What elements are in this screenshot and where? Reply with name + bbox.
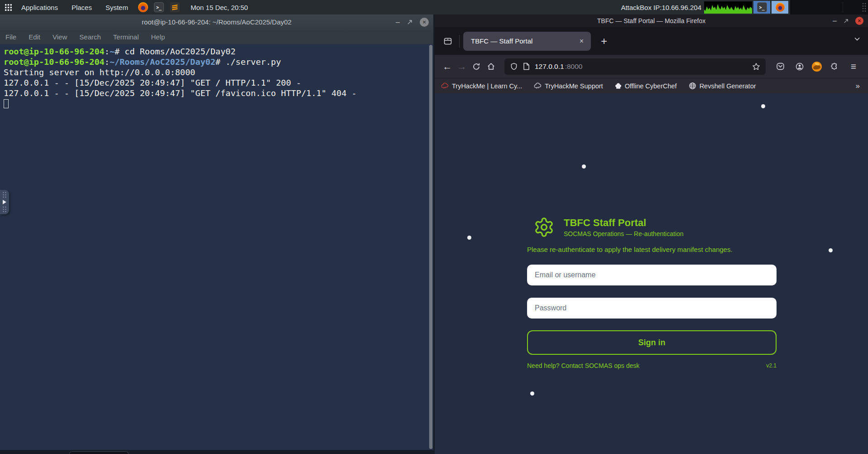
username-input[interactable] — [527, 265, 777, 285]
home-icon[interactable] — [484, 59, 498, 74]
terminal-menu-edit[interactable]: Edit — [29, 33, 40, 41]
firefox-window-title: TBFC — Staff Portal — Mozilla Firefox — [597, 17, 705, 24]
new-tab-button[interactable]: + — [597, 35, 611, 48]
terminal-window: root@ip-10-66-96-204: ~/Rooms/AoC2025/Da… — [0, 14, 433, 450]
panel-menus: Applications Places System — [21, 4, 128, 11]
terminal-minimize-button[interactable]: – — [396, 20, 400, 24]
terminal-launcher-icon[interactable]: >_ — [154, 2, 164, 12]
cpu-graph[interactable] — [704, 1, 752, 14]
terminal-line: 127.0.0.1 - - [15/Dec/2025 20:49:47] "GE… — [4, 88, 430, 98]
terminal-line: 127.0.0.1 - - [15/Dec/2025 20:49:47] "GE… — [4, 77, 430, 88]
extensions-puzzle-icon[interactable] — [827, 59, 841, 74]
firefox-icon — [776, 3, 785, 12]
chef-hat-icon — [615, 82, 622, 90]
terminal-scrollbar[interactable] — [429, 45, 433, 449]
terminal-scrollbar-thumb[interactable] — [429, 45, 432, 449]
firefox-tab-strip: TBFC — Staff Portal × + — [435, 27, 868, 55]
help-link[interactable]: Need help? Contact SOCMAS ops desk — [527, 362, 639, 369]
snow-dot — [761, 104, 765, 108]
drawer-expand-icon — [3, 200, 6, 204]
password-input[interactable] — [527, 298, 777, 319]
terminal-menu-search[interactable]: Search — [79, 33, 101, 41]
panel-handle-icon[interactable] — [861, 2, 867, 12]
reauth-notice: Please re-authenticate to apply the late… — [527, 246, 777, 253]
snow-dot — [582, 164, 586, 169]
terminal-menubar: File Edit View Search Terminal Help — [0, 29, 433, 44]
url-port: :8000 — [565, 63, 583, 71]
tryhackme-cloud-icon — [441, 82, 449, 89]
sublime-launcher-icon[interactable] — [170, 2, 180, 12]
pocket-icon[interactable] — [773, 59, 787, 74]
globe-icon — [689, 82, 696, 90]
bookmark-tryhackme-learn[interactable]: TryHackMe | Learn Cy... — [441, 82, 522, 90]
drawer-dots-icon — [2, 192, 7, 198]
snow-dot — [467, 236, 471, 240]
terminal-cursor — [4, 99, 9, 108]
gear-icon — [533, 217, 555, 238]
terminal-output[interactable]: root@ip-10-66-96-204:~# cd Rooms/AoC2025… — [0, 44, 433, 450]
desktop-bottom-strip — [0, 450, 433, 454]
terminal-window-title: root@ip-10-66-96-204: ~/Rooms/AoC2025/Da… — [142, 18, 292, 26]
bookmark-revshell-generator[interactable]: Revshell Generator — [689, 82, 756, 90]
bookmark-offline-cyberchef[interactable]: Offline CyberChef — [615, 82, 677, 90]
firefox-view-icon[interactable] — [441, 34, 455, 48]
tab-close-icon[interactable]: × — [577, 36, 586, 46]
terminal-menu-help[interactable]: Help — [151, 33, 165, 41]
terminal-menu-terminal[interactable]: Terminal — [113, 33, 139, 41]
firefox-minimize-button[interactable]: – — [833, 19, 837, 23]
snow-dot — [829, 248, 833, 252]
terminal-line: root@ip-10-66-96-204:~# cd Rooms/AoC2025… — [4, 46, 430, 57]
bookmark-star-icon[interactable] — [752, 63, 760, 71]
list-all-tabs-icon[interactable] — [854, 35, 861, 43]
terminal-line: root@ip-10-66-96-204:~/Rooms/AoC2025/Day… — [4, 57, 430, 67]
menu-applications[interactable]: Applications — [21, 4, 58, 11]
version-label: v2.1 — [766, 362, 777, 369]
forward-button[interactable]: → — [455, 59, 469, 74]
menu-places[interactable]: Places — [72, 4, 92, 11]
staff-portal-page: TBFC Staff Portal SOCMAS Operations — Re… — [435, 93, 868, 454]
panel-launchers: >_ — [138, 2, 180, 12]
panel-tray — [790, 0, 868, 14]
terminal-menu-file[interactable]: File — [5, 33, 16, 41]
terminal-icon: >_ — [757, 2, 767, 12]
login-card: TBFC Staff Portal SOCMAS Operations — Re… — [527, 217, 777, 369]
firefox-maximize-button[interactable] — [844, 19, 849, 24]
drawer-dots-icon — [2, 206, 7, 213]
page-title: TBFC Staff Portal — [564, 217, 684, 228]
background-window-edge — [69, 451, 129, 454]
back-button[interactable]: ← — [440, 59, 455, 74]
url-bar[interactable]: 127.0.0.1 :8000 — [504, 58, 766, 75]
bookmarks-overflow-icon[interactable]: » — [856, 82, 862, 91]
support-cloud-icon — [534, 82, 542, 89]
top-panel: Applications Places System >_ Mon 15 Dec… — [0, 0, 868, 14]
terminal-menu-view[interactable]: View — [53, 33, 67, 41]
foxyproxy-extension-icon[interactable] — [812, 62, 822, 72]
taskbar-firefox-button[interactable] — [772, 1, 788, 14]
shield-icon[interactable] — [510, 63, 518, 71]
applications-grid-icon[interactable] — [5, 4, 12, 11]
taskbar-terminal-button[interactable]: >_ — [753, 1, 770, 14]
terminal-line: Starting server on http://0.0.0.0:8000 — [4, 67, 430, 77]
terminal-titlebar[interactable]: root@ip-10-66-96-204: ~/Rooms/AoC2025/Da… — [0, 14, 433, 29]
terminal-maximize-button[interactable] — [407, 19, 412, 25]
tab-tbfc-staff-portal[interactable]: TBFC — Staff Portal × — [463, 32, 591, 51]
account-icon[interactable] — [792, 59, 807, 74]
reload-icon[interactable] — [469, 59, 484, 74]
firefox-close-button[interactable]: × — [855, 17, 863, 25]
page-info-icon[interactable] — [523, 63, 530, 70]
bookmarks-toolbar: TryHackMe | Learn Cy... TryHackMe Suppor… — [435, 78, 868, 93]
page-subtitle: SOCMAS Operations — Re-authentication — [564, 230, 684, 237]
firefox-window: TBFC — Staff Portal — Mozilla Firefox – … — [435, 14, 868, 454]
url-host: 127.0.0.1 — [535, 63, 564, 71]
clock[interactable]: Mon 15 Dec, 20:50 — [191, 4, 248, 11]
bookmark-tryhackme-support[interactable]: TryHackMe Support — [534, 82, 603, 90]
menu-system[interactable]: System — [106, 4, 128, 11]
firefox-titlebar[interactable]: TBFC — Staff Portal — Mozilla Firefox – … — [435, 14, 868, 27]
sign-in-button[interactable]: Sign in — [527, 330, 777, 355]
sidebar-drawer-handle[interactable] — [0, 190, 9, 214]
firefox-launcher-icon[interactable] — [138, 2, 148, 12]
terminal-close-button[interactable]: × — [420, 18, 429, 27]
hamburger-menu-icon[interactable]: ≡ — [846, 59, 861, 74]
firefox-navbar: ← → 127.0.0.1 :8000 — [435, 55, 868, 78]
tab-label: TBFC — Staff Portal — [471, 37, 577, 45]
